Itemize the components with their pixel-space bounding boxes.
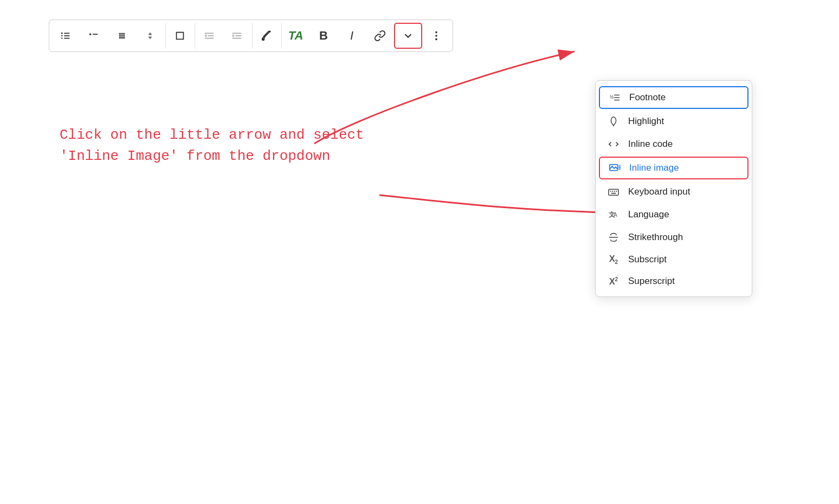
menu-item-inline-image-label: Inline image bbox=[629, 163, 740, 173]
svg-point-29 bbox=[435, 31, 437, 34]
bold-icon: B bbox=[319, 29, 328, 43]
menu-item-strikethrough-label: Strikethrough bbox=[628, 232, 741, 243]
svg-point-6 bbox=[89, 33, 92, 35]
sort-button[interactable] bbox=[136, 23, 164, 49]
svg-point-14 bbox=[119, 37, 121, 39]
inline-image-icon bbox=[608, 162, 622, 174]
menu-item-keyboard-input[interactable]: Keyboard input bbox=[596, 180, 752, 203]
svg-text:A: A bbox=[614, 212, 617, 218]
text-style-button[interactable]: TA bbox=[281, 23, 309, 49]
svg-point-12 bbox=[121, 35, 123, 37]
menu-item-footnote[interactable]: ½ Footnote bbox=[599, 86, 748, 109]
text-style-icon: TA bbox=[288, 29, 304, 43]
menu-item-subscript-label: Subscript bbox=[628, 254, 741, 265]
menu-item-highlight[interactable]: Highlight bbox=[596, 110, 752, 133]
svg-point-9 bbox=[121, 33, 123, 35]
svg-point-8 bbox=[119, 33, 121, 35]
svg-rect-3 bbox=[61, 33, 63, 34]
menu-item-superscript-label: Superscript bbox=[628, 276, 741, 287]
link-button[interactable] bbox=[366, 23, 394, 49]
italic-icon: I bbox=[350, 29, 353, 43]
svg-point-31 bbox=[435, 38, 437, 41]
bold-button[interactable]: B bbox=[309, 23, 338, 49]
svg-text:½: ½ bbox=[610, 94, 614, 100]
dropdown-menu: ½ Footnote Highlight Inline code bbox=[595, 80, 752, 297]
editor-toolbar: TA B I bbox=[49, 20, 453, 52]
svg-point-30 bbox=[435, 35, 437, 37]
svg-point-10 bbox=[123, 33, 125, 35]
menu-item-strikethrough[interactable]: Strikethrough bbox=[596, 226, 752, 249]
inline-code-icon bbox=[606, 138, 621, 150]
indent-button[interactable] bbox=[223, 23, 251, 49]
highlight-icon bbox=[606, 115, 621, 127]
svg-point-27 bbox=[262, 38, 264, 41]
menu-item-superscript[interactable]: X2 Superscript bbox=[596, 270, 752, 292]
menu-item-inline-image[interactable]: Inline image bbox=[599, 157, 748, 179]
italic-button[interactable]: I bbox=[338, 23, 366, 49]
frame-button[interactable] bbox=[165, 23, 193, 49]
svg-rect-18 bbox=[177, 33, 183, 39]
menu-item-inline-code-label: Inline code bbox=[628, 139, 741, 150]
svg-point-16 bbox=[123, 37, 125, 39]
bullet-button[interactable] bbox=[80, 23, 108, 49]
grid-button[interactable] bbox=[108, 23, 136, 49]
more-options-button[interactable] bbox=[422, 23, 450, 49]
menu-item-language-label: Language bbox=[628, 209, 741, 220]
svg-point-11 bbox=[119, 35, 121, 37]
menu-item-subscript[interactable]: X2 Subscript bbox=[596, 249, 752, 270]
footnote-icon: ½ bbox=[608, 92, 622, 104]
keyboard-icon bbox=[606, 186, 621, 198]
menu-item-inline-code[interactable]: Inline code bbox=[596, 133, 752, 156]
superscript-icon: X2 bbox=[606, 276, 621, 287]
outdent-button[interactable] bbox=[195, 23, 223, 49]
menu-item-keyboard-input-label: Keyboard input bbox=[628, 186, 741, 197]
svg-rect-44 bbox=[609, 189, 618, 195]
svg-point-15 bbox=[121, 37, 123, 39]
language-icon: 文 A bbox=[606, 209, 621, 221]
eyedropper-button[interactable] bbox=[252, 23, 280, 49]
strikethrough-icon bbox=[606, 231, 621, 243]
menu-item-footnote-label: Footnote bbox=[629, 92, 740, 103]
annotation-text: Click on the little arrow and select 'In… bbox=[60, 125, 364, 167]
menu-item-language[interactable]: 文 A Language bbox=[596, 203, 752, 226]
menu-item-highlight-label: Highlight bbox=[628, 116, 741, 127]
subscript-icon: X2 bbox=[606, 254, 621, 265]
svg-point-13 bbox=[123, 35, 125, 37]
list-style-button[interactable] bbox=[51, 23, 80, 49]
chevron-down-button[interactable] bbox=[394, 23, 422, 49]
